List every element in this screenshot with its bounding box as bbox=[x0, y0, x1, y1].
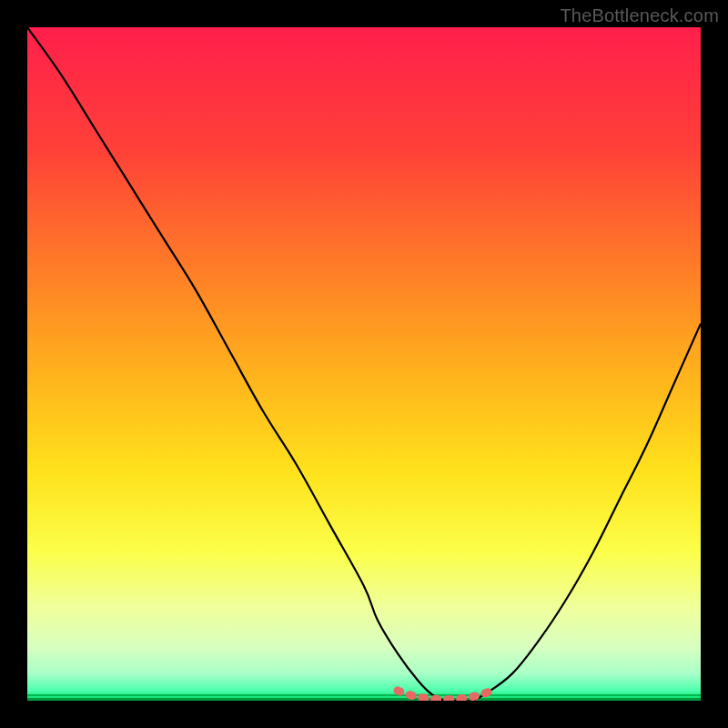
chart-frame: TheBottleneck.com bbox=[0, 0, 728, 728]
watermark-text: TheBottleneck.com bbox=[560, 5, 719, 26]
plot-area bbox=[27, 27, 701, 701]
svg-rect-2 bbox=[27, 698, 701, 701]
svg-rect-0 bbox=[27, 27, 701, 701]
svg-rect-1 bbox=[27, 694, 701, 696]
background-gradient bbox=[27, 27, 701, 701]
